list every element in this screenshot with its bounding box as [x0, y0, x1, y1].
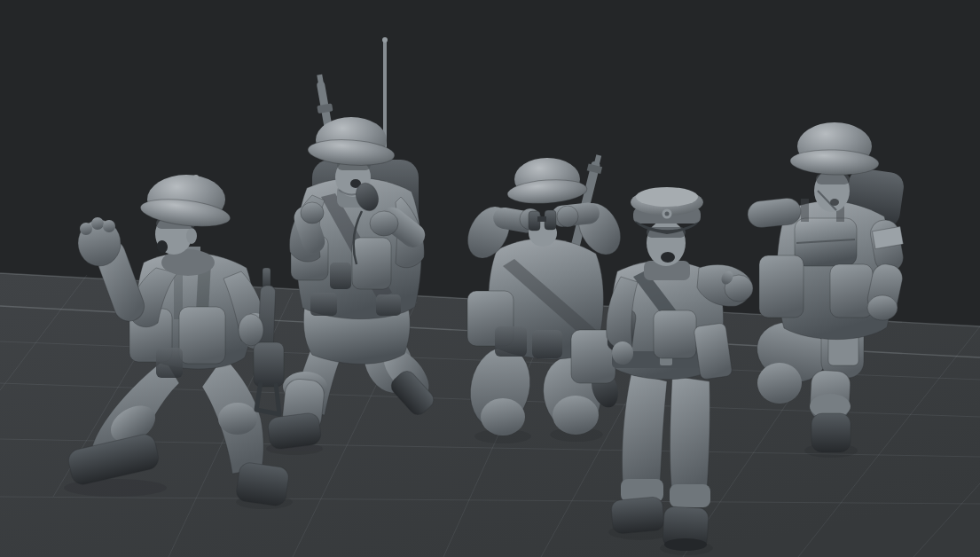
viewport-3d[interactable]: soldier-radio-operator — advancing, hand…: [0, 0, 980, 557]
scene-svg[interactable]: soldier-radio-operator — advancing, hand…: [0, 0, 980, 557]
